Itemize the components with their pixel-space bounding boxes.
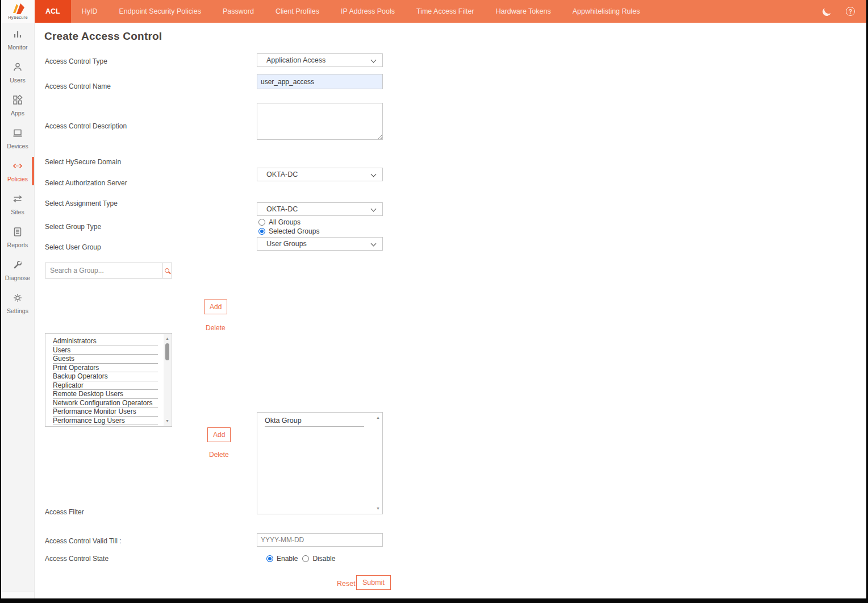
sidebar-item-devices[interactable]: Devices: [1, 122, 34, 155]
gear-icon: [12, 292, 23, 306]
sidebar-item-settings[interactable]: Settings: [1, 286, 34, 319]
page-title: Create Access Control: [44, 30, 162, 43]
brand-logo[interactable]: HySecure: [1, 0, 35, 23]
authorization-server-select[interactable]: OKTA-DC: [257, 202, 383, 216]
sidebar: Monitor Users Apps Devices Policies Site…: [1, 23, 35, 598]
label-valid-till: Access Control Valid Till :: [45, 537, 122, 545]
wrench-icon: [12, 259, 23, 273]
reset-link[interactable]: Reset: [337, 580, 356, 588]
main-panel: Create Access Control Access Control Typ…: [35, 23, 866, 598]
brand-name: HySecure: [8, 15, 28, 20]
valid-till-input[interactable]: [257, 533, 383, 547]
chevron-down-icon: [371, 206, 377, 211]
sidebar-item-apps[interactable]: Apps: [1, 89, 34, 122]
scrollbar-thumb[interactable]: [165, 343, 169, 360]
access-control-state-radio-group: Enable Disable: [257, 554, 335, 563]
sidebar-item-users[interactable]: Users: [1, 56, 34, 89]
selected-user-group-item[interactable]: Okta Group: [265, 416, 364, 427]
topbar-tab[interactable]: Appwhitelisting Rules: [562, 0, 651, 23]
access-control-type-select[interactable]: Application Access: [257, 53, 383, 67]
application-group-delete-link[interactable]: Delete: [209, 451, 229, 459]
topbar-tab[interactable]: Time Access Filter: [406, 0, 485, 23]
submit-button[interactable]: Submit: [356, 575, 391, 590]
application-group-add-button[interactable]: Add: [207, 427, 231, 442]
access-control-name-input[interactable]: [257, 74, 383, 89]
user-group-option[interactable]: Users: [53, 346, 158, 355]
laptop-icon: [12, 127, 23, 141]
label-authorization-server: Select Authorization Server: [45, 179, 127, 187]
label-hysecure-domain: Select HySecure Domain: [45, 158, 121, 166]
topbar-tabs: ACL HyID Endpoint Security Policies Pass…: [35, 0, 823, 23]
user-group-add-button[interactable]: Add: [204, 300, 227, 314]
user-group-option[interactable]: Performance Monitor Users: [53, 407, 158, 417]
search-icon: [165, 268, 169, 273]
bar-chart-icon: [12, 28, 23, 42]
user-group-option[interactable]: Administrators: [53, 337, 158, 346]
chevron-down-icon: [371, 57, 377, 63]
group-type-radio-group: All Groups Selected Groups: [258, 218, 319, 236]
topbar-tab[interactable]: Hardware Tokens: [485, 0, 562, 23]
hysecure-logo-icon: [11, 3, 26, 14]
document-icon: [12, 226, 23, 240]
scroll-down-icon[interactable]: ▼: [164, 418, 171, 425]
group-search-row: [45, 263, 172, 278]
scrollbar[interactable]: ▲ ▼: [164, 334, 171, 426]
topbar-tab[interactable]: HyID: [71, 0, 108, 23]
user-group-option[interactable]: Network Configuration Operators: [53, 399, 158, 408]
scrollbar[interactable]: ▲ ▼: [374, 413, 382, 513]
user-group-option[interactable]: Performance Log Users: [53, 417, 158, 426]
state-radio-option[interactable]: Disable: [302, 554, 335, 563]
label-access-control-state: Access Control State: [45, 555, 108, 563]
topbar-tab[interactable]: Password: [212, 0, 265, 23]
app-window: HySecure ACL HyID Endpoint Security Poli…: [0, 0, 868, 603]
radio-icon: [302, 555, 309, 562]
user-group-option[interactable]: Remote Desktop Users: [53, 390, 158, 399]
label-group-type: Select Group Type: [45, 223, 101, 231]
topbar-tab[interactable]: IP Address Pools: [330, 0, 406, 23]
user-group-option[interactable]: Print Operators: [53, 364, 158, 373]
state-radio-option[interactable]: Enable: [266, 554, 298, 563]
hysecure-domain-select[interactable]: OKTA-DC: [257, 168, 383, 181]
dark-mode-icon[interactable]: [821, 6, 832, 16]
group-search-input[interactable]: [45, 263, 162, 278]
user-group-option[interactable]: Replicator: [53, 381, 158, 390]
sidebar-item-diagnose[interactable]: Diagnose: [1, 253, 34, 286]
scroll-down-icon[interactable]: ▼: [374, 505, 382, 512]
assignment-type-select[interactable]: User Groups: [257, 237, 383, 251]
scroll-up-icon[interactable]: ▲: [374, 414, 382, 421]
user-group-delete-link[interactable]: Delete: [206, 324, 226, 332]
code-brackets-icon: [12, 160, 23, 174]
radio-icon: [266, 555, 273, 562]
label-access-control-description: Access Control Description: [45, 122, 127, 130]
description-field-wrap: [257, 103, 383, 140]
user-group-option[interactable]: Guests: [53, 355, 158, 364]
selected-user-groups-listbox: Okta Group ▲ ▼: [257, 412, 383, 514]
label-assignment-type: Select Assignment Type: [45, 199, 118, 207]
chevron-down-icon: [371, 171, 377, 177]
group-type-radio-option[interactable]: Selected Groups: [258, 227, 319, 236]
sidebar-item-policies[interactable]: Policies: [1, 155, 34, 188]
scroll-up-icon[interactable]: ▲: [164, 335, 171, 342]
help-icon[interactable]: ?: [846, 7, 855, 16]
user-icon: [12, 61, 23, 75]
label-access-control-name: Access Control Name: [45, 82, 111, 90]
radio-icon: [258, 228, 265, 235]
radio-icon: [258, 219, 265, 226]
group-search-button[interactable]: [162, 263, 172, 278]
group-type-radio-option[interactable]: All Groups: [258, 218, 319, 227]
user-group-option[interactable]: Backup Operators: [53, 372, 158, 381]
sidebar-footer: [1, 592, 34, 598]
chevron-down-icon: [371, 240, 377, 246]
topbar-tab[interactable]: Client Profiles: [265, 0, 330, 23]
topbar-tab[interactable]: ACL: [35, 0, 71, 23]
access-control-description-textarea[interactable]: [257, 103, 383, 140]
app-grid-icon: [12, 94, 23, 108]
sidebar-item-sites[interactable]: Sites: [1, 188, 34, 221]
available-user-groups-listbox: AdministratorsUsersGuestsPrint Operators…: [45, 333, 172, 427]
topbar: HySecure ACL HyID Endpoint Security Poli…: [1, 0, 866, 23]
sidebar-item-reports[interactable]: Reports: [1, 221, 34, 253]
label-access-filter: Access Filter: [45, 508, 84, 516]
topbar-actions: ?: [823, 0, 866, 23]
sidebar-item-monitor[interactable]: Monitor: [1, 23, 34, 56]
topbar-tab[interactable]: Endpoint Security Policies: [108, 0, 212, 23]
